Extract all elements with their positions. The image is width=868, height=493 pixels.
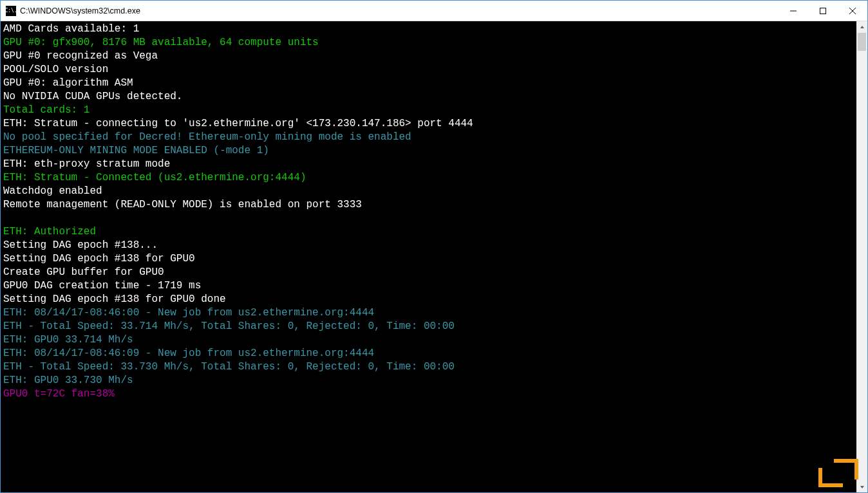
console-line: Total cards: 1 [3,104,854,117]
console-line: GPU0 DAG creation time - 1719 ms [3,279,854,293]
console-line: ETH: Stratum - Connected (us2.ethermine.… [3,171,854,185]
titlebar[interactable]: C:\. C:\WINDOWS\system32\cmd.exe [1,1,867,21]
minimize-button[interactable] [778,1,808,21]
cmd-window: C:\. C:\WINDOWS\system32\cmd.exe AMD Car… [0,0,868,493]
console-line: Create GPU buffer for GPU0 [3,266,854,279]
console-line: ETHEREUM-ONLY MINING MODE ENABLED (-mode… [3,144,854,158]
console-line: ETH: GPU0 33.730 Mh/s [3,374,854,387]
console-line: ETH: 08/14/17-08:46:09 - New job from us… [3,347,854,360]
console-line: Watchdog enabled [3,185,854,198]
console-line: ETH: GPU0 33.714 Mh/s [3,333,854,347]
console-line: AMD Cards available: 1 [3,23,854,36]
console-line: GPU #0 recognized as Vega [3,50,854,63]
console-area: AMD Cards available: 1GPU #0: gfx900, 81… [1,21,867,492]
scroll-thumb[interactable] [858,33,866,51]
vertical-scrollbar[interactable] [856,21,867,492]
window-controls [778,1,867,21]
cmd-icon: C:\. [6,6,16,16]
console-output[interactable]: AMD Cards available: 1GPU #0: gfx900, 81… [1,21,856,492]
console-line [3,212,854,225]
console-line: ETH: Authorized [3,225,854,239]
console-line: No pool specified for Decred! Ethereum-o… [3,131,854,144]
console-line: ETH: 08/14/17-08:46:00 - New job from us… [3,306,854,320]
console-line: ETH: eth-proxy stratum mode [3,158,854,171]
console-line: POOL/SOLO version [3,63,854,77]
console-line: Setting DAG epoch #138 for GPU0 done [3,293,854,306]
console-line: Setting DAG epoch #138 for GPU0 [3,252,854,266]
console-line: Setting DAG epoch #138... [3,239,854,252]
console-line: GPU0 t=72C fan=38% [3,387,854,401]
console-line: ETH - Total Speed: 33.730 Mh/s, Total Sh… [3,360,854,374]
console-line: ETH: Stratum - connecting to 'us2.etherm… [3,117,854,131]
maximize-button[interactable] [808,1,838,21]
console-line: No NVIDIA CUDA GPUs detected. [3,90,854,104]
console-line: ETH - Total Speed: 33.714 Mh/s, Total Sh… [3,320,854,333]
scroll-up-button[interactable] [856,21,867,32]
console-line: Remote management (READ-ONLY MODE) is en… [3,198,854,212]
console-line: GPU #0: gfx900, 8176 MB available, 64 co… [3,36,854,50]
scroll-down-button[interactable] [856,481,867,492]
svg-rect-0 [820,8,826,14]
window-title: C:\WINDOWS\system32\cmd.exe [20,6,778,15]
close-button[interactable] [838,1,867,21]
console-line: GPU #0: algorithm ASM [3,77,854,90]
